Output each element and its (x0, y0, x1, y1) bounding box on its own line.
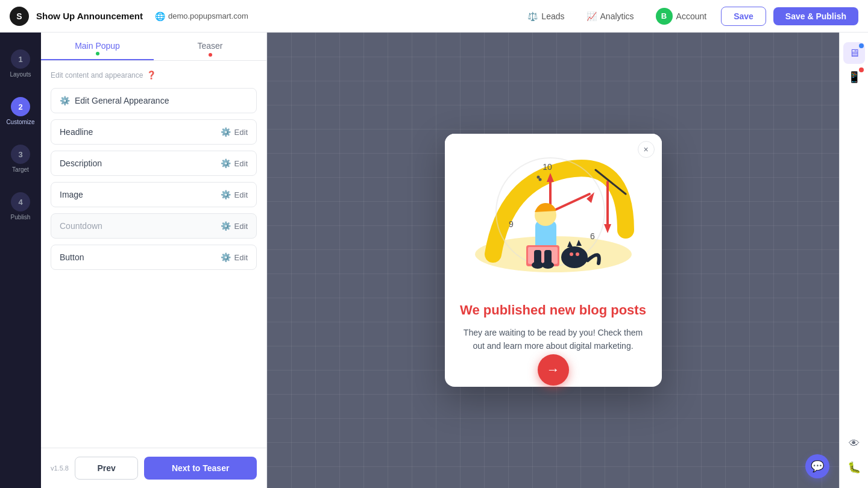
section-countdown[interactable]: Countdown ⚙️ Edit (51, 213, 257, 239)
step-circle-3: 3 (11, 145, 30, 164)
main-tab-dot (96, 52, 99, 55)
section-general-appearance[interactable]: ⚙️ Edit General Appearance (51, 88, 257, 113)
svg-point-26 (576, 252, 579, 256)
bug-icon: 🐛 (848, 461, 861, 474)
button-edit-link[interactable]: Edit (234, 253, 248, 262)
popup-image-area: 10 9 6 (445, 134, 662, 290)
panel-content: Edit content and appearance ❓ ⚙️ Edit Ge… (41, 61, 266, 448)
gear-icon-countdown[interactable]: ⚙️ (221, 221, 231, 231)
panel: Main Popup Teaser Edit content and appea… (41, 33, 267, 488)
image-actions: ⚙️ Edit (221, 190, 248, 199)
settings-button[interactable]: 🐛 (843, 457, 865, 478)
svg-point-21 (542, 261, 554, 269)
headline-edit-link[interactable]: Edit (234, 128, 248, 137)
section-label-countdown: Countdown (60, 221, 102, 231)
svg-text:10: 10 (542, 162, 552, 172)
svg-text:9: 9 (509, 219, 514, 229)
steps-sidebar: 1 Layouts 2 Customize 3 Target 4 Publish (0, 33, 41, 488)
teaser-tab-dot (209, 53, 212, 57)
popup-illustration: 10 9 6 (445, 134, 662, 290)
globe-icon: 🌐 (155, 11, 165, 21)
top-nav: S Show Up Announcement 🌐 demo.popupsmart… (0, 0, 868, 33)
step-circle-1: 1 (11, 49, 30, 69)
svg-marker-12 (604, 224, 611, 233)
save-publish-button[interactable]: Save & Publish (773, 7, 858, 25)
account-avatar: B (656, 8, 673, 25)
next-button[interactable]: Next to Teaser (144, 457, 257, 480)
prev-button[interactable]: Prev (75, 457, 138, 480)
canvas: × 10 9 6 (267, 33, 839, 488)
analytics-icon: 📈 (587, 11, 597, 21)
panel-footer: v1.5.8 Prev Next to Teaser (41, 448, 266, 488)
step-label-1: Layouts (10, 71, 31, 78)
gear-icon-headline[interactable]: ⚙️ (221, 127, 231, 137)
step-target[interactable]: 3 Target (3, 140, 38, 178)
mobile-view-button[interactable]: 📱 (843, 66, 865, 88)
popup-button-wrap: → (445, 354, 662, 400)
section-label-button: Button (60, 252, 84, 262)
svg-point-5 (536, 176, 539, 179)
site-url: 🌐 demo.popupsmart.com (155, 11, 248, 21)
popup-cta-button[interactable]: → (538, 354, 569, 386)
edit-hint: Edit content and appearance ❓ (51, 70, 257, 80)
section-label-image: Image (60, 190, 83, 199)
leads-icon: ⚖️ (527, 11, 538, 21)
gear-icon-image[interactable]: ⚙️ (221, 190, 231, 199)
svg-rect-17 (528, 247, 558, 264)
desktop-view-button[interactable]: 🖥 (843, 42, 865, 64)
button-actions: ⚙️ Edit (221, 252, 248, 262)
app-logo: S (10, 7, 29, 26)
tab-main-popup[interactable]: Main Popup (41, 33, 154, 60)
chat-fab-button[interactable]: 💬 (805, 454, 829, 478)
eye-icon: 👁 (849, 437, 860, 450)
account-nav[interactable]: B Account (649, 4, 714, 28)
countdown-actions: ⚙️ Edit (221, 221, 248, 231)
version-text: v1.5.8 (51, 457, 69, 480)
svg-point-6 (538, 178, 541, 181)
section-label-headline: Headline (60, 127, 93, 137)
popup-description: They are waiting to be read by you! Chec… (459, 326, 647, 353)
gear-icon-general: ⚙️ (60, 96, 70, 105)
svg-point-25 (570, 252, 573, 256)
popup-card: × 10 9 6 (445, 134, 662, 386)
gear-icon-description[interactable]: ⚙️ (221, 158, 231, 168)
step-label-2: Customize (6, 119, 34, 125)
countdown-edit-link[interactable]: Edit (234, 222, 248, 231)
step-label-4: Publish (11, 214, 31, 221)
hint-question-icon: ❓ (146, 70, 156, 80)
save-button[interactable]: Save (721, 7, 766, 26)
headline-actions: ⚙️ Edit (221, 127, 248, 137)
gear-icon-button[interactable]: ⚙️ (221, 252, 231, 262)
image-edit-link[interactable]: Edit (234, 190, 248, 199)
preview-button[interactable]: 👁 (843, 433, 865, 454)
section-image[interactable]: Image ⚙️ Edit (51, 182, 257, 207)
popup-close-button[interactable]: × (638, 141, 655, 158)
app-title: Show Up Announcement (36, 11, 143, 21)
popup-headline: We published new blog posts (459, 302, 647, 318)
section-button[interactable]: Button ⚙️ Edit (51, 245, 257, 270)
section-description[interactable]: Description ⚙️ Edit (51, 151, 257, 176)
step-circle-4: 4 (11, 192, 30, 211)
device-bar: 🖥 📱 👁 🐛 (839, 33, 868, 488)
main-layout: 1 Layouts 2 Customize 3 Target 4 Publish… (0, 33, 868, 488)
description-edit-link[interactable]: Edit (234, 159, 248, 168)
section-headline[interactable]: Headline ⚙️ Edit (51, 119, 257, 145)
description-actions: ⚙️ Edit (221, 158, 248, 168)
section-label-description: Description (60, 158, 102, 168)
leads-nav[interactable]: ⚖️ Leads (520, 8, 571, 25)
step-label-3: Target (12, 166, 29, 173)
desktop-dot (859, 43, 864, 48)
step-circle-2: 2 (11, 97, 30, 116)
svg-line-9 (550, 194, 590, 212)
mobile-icon: 📱 (848, 70, 861, 84)
panel-tabs: Main Popup Teaser (41, 33, 266, 61)
svg-text:6: 6 (590, 231, 595, 241)
step-layouts[interactable]: 1 Layouts (3, 45, 38, 83)
svg-point-22 (561, 246, 588, 268)
mobile-dot (859, 67, 864, 72)
step-customize[interactable]: 2 Customize (3, 92, 38, 130)
analytics-nav[interactable]: 📈 Analytics (579, 8, 641, 25)
step-publish[interactable]: 4 Publish (3, 187, 38, 225)
desktop-icon: 🖥 (849, 47, 860, 60)
tab-teaser[interactable]: Teaser (154, 33, 266, 60)
